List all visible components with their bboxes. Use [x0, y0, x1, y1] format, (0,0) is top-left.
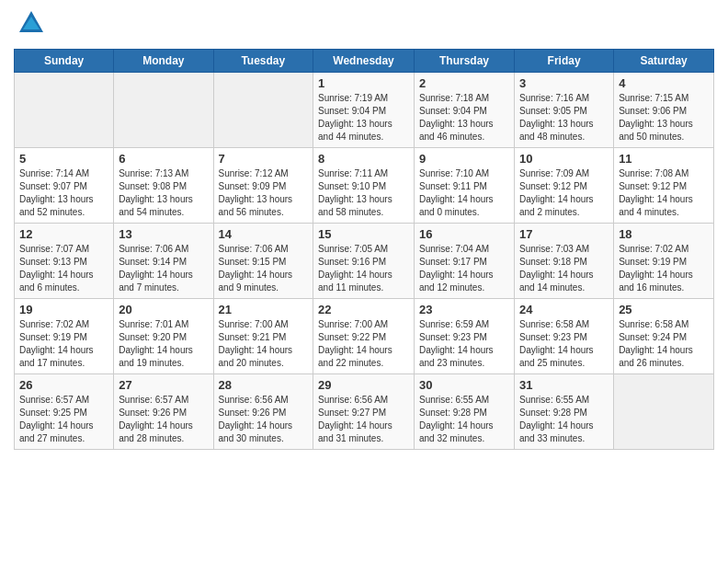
calendar-cell: 25Sunrise: 6:58 AM Sunset: 9:24 PM Dayli…	[614, 299, 714, 374]
day-number: 20	[119, 303, 208, 316]
header-friday: Friday	[515, 50, 614, 73]
day-number: 9	[419, 152, 509, 166]
day-number: 8	[318, 152, 409, 166]
day-info: Sunrise: 7:11 AM Sunset: 9:10 PM Dayligh…	[318, 167, 409, 219]
day-number: 28	[219, 378, 309, 392]
day-info: Sunrise: 7:19 AM Sunset: 9:04 PM Dayligh…	[318, 92, 409, 144]
day-info: Sunrise: 7:02 AM Sunset: 9:19 PM Dayligh…	[619, 243, 709, 294]
calendar-cell: 6Sunrise: 7:13 AM Sunset: 9:08 PM Daylig…	[114, 148, 213, 224]
day-info: Sunrise: 6:57 AM Sunset: 9:25 PM Dayligh…	[19, 394, 108, 445]
calendar-cell: 15Sunrise: 7:05 AM Sunset: 9:16 PM Dayli…	[313, 224, 415, 299]
calendar-header-row: SundayMondayTuesdayWednesdayThursdayFrid…	[15, 50, 714, 73]
day-number: 19	[19, 303, 108, 316]
day-info: Sunrise: 7:03 AM Sunset: 9:18 PM Dayligh…	[519, 243, 609, 294]
day-number: 21	[219, 303, 309, 316]
header-monday: Monday	[114, 50, 213, 73]
day-info: Sunrise: 6:56 AM Sunset: 9:26 PM Dayligh…	[219, 394, 309, 445]
day-info: Sunrise: 7:16 AM Sunset: 9:05 PM Dayligh…	[519, 92, 609, 144]
day-number: 5	[19, 152, 108, 166]
day-info: Sunrise: 7:07 AM Sunset: 9:13 PM Dayligh…	[19, 243, 108, 294]
calendar-cell: 8Sunrise: 7:11 AM Sunset: 9:10 PM Daylig…	[313, 148, 415, 224]
day-number: 31	[519, 378, 609, 392]
day-number: 18	[619, 227, 709, 241]
day-number: 27	[119, 378, 208, 392]
calendar-table: SundayMondayTuesdayWednesdayThursdayFrid…	[14, 49, 714, 450]
calendar-cell	[213, 73, 313, 148]
day-info: Sunrise: 7:00 AM Sunset: 9:22 PM Dayligh…	[318, 318, 409, 370]
day-info: Sunrise: 7:12 AM Sunset: 9:09 PM Dayligh…	[219, 167, 309, 219]
day-number: 22	[318, 303, 409, 316]
day-info: Sunrise: 7:06 AM Sunset: 9:15 PM Dayligh…	[219, 243, 309, 294]
day-info: Sunrise: 7:18 AM Sunset: 9:04 PM Dayligh…	[419, 92, 509, 144]
calendar-week-5: 26Sunrise: 6:57 AM Sunset: 9:25 PM Dayli…	[15, 374, 714, 450]
calendar-cell: 18Sunrise: 7:02 AM Sunset: 9:19 PM Dayli…	[614, 224, 714, 299]
day-info: Sunrise: 7:05 AM Sunset: 9:16 PM Dayligh…	[318, 243, 409, 294]
calendar-cell: 9Sunrise: 7:10 AM Sunset: 9:11 PM Daylig…	[415, 148, 515, 224]
calendar-cell: 23Sunrise: 6:59 AM Sunset: 9:23 PM Dayli…	[415, 299, 515, 374]
calendar-cell: 27Sunrise: 6:57 AM Sunset: 9:26 PM Dayli…	[114, 374, 213, 450]
day-info: Sunrise: 6:57 AM Sunset: 9:26 PM Dayligh…	[119, 394, 208, 445]
calendar-cell: 11Sunrise: 7:08 AM Sunset: 9:12 PM Dayli…	[614, 148, 714, 224]
calendar-cell	[614, 374, 714, 450]
day-info: Sunrise: 6:58 AM Sunset: 9:24 PM Dayligh…	[619, 318, 709, 370]
calendar-cell: 30Sunrise: 6:55 AM Sunset: 9:28 PM Dayli…	[415, 374, 515, 450]
calendar-cell	[114, 73, 213, 148]
day-number: 24	[519, 303, 609, 316]
calendar-cell: 21Sunrise: 7:00 AM Sunset: 9:21 PM Dayli…	[213, 299, 313, 374]
day-number: 7	[219, 152, 309, 166]
day-info: Sunrise: 7:06 AM Sunset: 9:14 PM Dayligh…	[119, 243, 208, 294]
day-info: Sunrise: 6:56 AM Sunset: 9:27 PM Dayligh…	[318, 394, 409, 445]
day-number: 10	[519, 152, 609, 166]
header-sunday: Sunday	[15, 50, 114, 73]
header-tuesday: Tuesday	[213, 50, 313, 73]
day-number: 3	[519, 76, 609, 90]
calendar-cell: 16Sunrise: 7:04 AM Sunset: 9:17 PM Dayli…	[415, 224, 515, 299]
logo	[14, 9, 45, 41]
calendar-week-3: 12Sunrise: 7:07 AM Sunset: 9:13 PM Dayli…	[15, 224, 714, 299]
day-number: 12	[19, 227, 108, 241]
day-info: Sunrise: 7:04 AM Sunset: 9:17 PM Dayligh…	[419, 243, 509, 294]
calendar-cell: 13Sunrise: 7:06 AM Sunset: 9:14 PM Dayli…	[114, 224, 213, 299]
calendar-cell: 7Sunrise: 7:12 AM Sunset: 9:09 PM Daylig…	[213, 148, 313, 224]
day-info: Sunrise: 7:08 AM Sunset: 9:12 PM Dayligh…	[619, 167, 709, 219]
day-number: 17	[519, 227, 609, 241]
calendar-cell: 3Sunrise: 7:16 AM Sunset: 9:05 PM Daylig…	[515, 73, 614, 148]
calendar-cell: 2Sunrise: 7:18 AM Sunset: 9:04 PM Daylig…	[415, 73, 515, 148]
day-number: 30	[419, 378, 509, 392]
calendar-cell: 19Sunrise: 7:02 AM Sunset: 9:19 PM Dayli…	[15, 299, 114, 374]
day-number: 25	[619, 303, 709, 316]
day-info: Sunrise: 7:02 AM Sunset: 9:19 PM Dayligh…	[19, 318, 108, 370]
day-number: 26	[19, 378, 108, 392]
day-number: 2	[419, 76, 509, 90]
day-number: 14	[219, 227, 309, 241]
calendar-cell: 31Sunrise: 6:55 AM Sunset: 9:28 PM Dayli…	[515, 374, 614, 450]
day-number: 6	[119, 152, 208, 166]
day-number: 1	[318, 76, 409, 90]
calendar-cell: 28Sunrise: 6:56 AM Sunset: 9:26 PM Dayli…	[213, 374, 313, 450]
header-saturday: Saturday	[614, 50, 714, 73]
day-number: 29	[318, 378, 409, 392]
day-info: Sunrise: 6:55 AM Sunset: 9:28 PM Dayligh…	[519, 394, 609, 445]
day-number: 13	[119, 227, 208, 241]
calendar-cell	[15, 73, 114, 148]
day-number: 11	[619, 152, 709, 166]
day-info: Sunrise: 6:55 AM Sunset: 9:28 PM Dayligh…	[419, 394, 509, 445]
day-info: Sunrise: 7:13 AM Sunset: 9:08 PM Dayligh…	[119, 167, 208, 219]
calendar-week-2: 5Sunrise: 7:14 AM Sunset: 9:07 PM Daylig…	[15, 148, 714, 224]
calendar-cell: 24Sunrise: 6:58 AM Sunset: 9:23 PM Dayli…	[515, 299, 614, 374]
day-number: 16	[419, 227, 509, 241]
day-number: 15	[318, 227, 409, 241]
day-info: Sunrise: 7:09 AM Sunset: 9:12 PM Dayligh…	[519, 167, 609, 219]
calendar-cell: 17Sunrise: 7:03 AM Sunset: 9:18 PM Dayli…	[515, 224, 614, 299]
day-info: Sunrise: 7:01 AM Sunset: 9:20 PM Dayligh…	[119, 318, 208, 370]
calendar-cell: 12Sunrise: 7:07 AM Sunset: 9:13 PM Dayli…	[15, 224, 114, 299]
day-info: Sunrise: 7:14 AM Sunset: 9:07 PM Dayligh…	[19, 167, 108, 219]
calendar-cell: 1Sunrise: 7:19 AM Sunset: 9:04 PM Daylig…	[313, 73, 415, 148]
calendar-cell: 10Sunrise: 7:09 AM Sunset: 9:12 PM Dayli…	[515, 148, 614, 224]
calendar-cell: 14Sunrise: 7:06 AM Sunset: 9:15 PM Dayli…	[213, 224, 313, 299]
calendar-cell: 22Sunrise: 7:00 AM Sunset: 9:22 PM Dayli…	[313, 299, 415, 374]
day-number: 4	[619, 76, 709, 90]
day-info: Sunrise: 7:10 AM Sunset: 9:11 PM Dayligh…	[419, 167, 509, 219]
day-info: Sunrise: 6:58 AM Sunset: 9:23 PM Dayligh…	[519, 318, 609, 370]
day-info: Sunrise: 7:15 AM Sunset: 9:06 PM Dayligh…	[619, 92, 709, 144]
